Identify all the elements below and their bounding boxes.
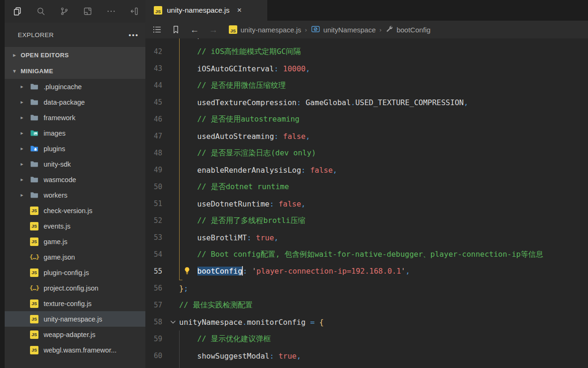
line-number[interactable]: 44	[145, 81, 167, 90]
code-line[interactable]: 45 usedTextureCompression: GameGlobal.US…	[145, 94, 588, 111]
folder-icon	[30, 114, 38, 122]
tree-item-unity-namespace-js[interactable]: JSunity-namespace.js	[5, 311, 145, 327]
section-minigame[interactable]: ▾ MINIGAME	[5, 63, 145, 79]
line-number[interactable]: 47	[145, 132, 167, 140]
tree-item-label: framework	[44, 114, 75, 122]
line-number[interactable]: 51	[145, 199, 167, 208]
code-line[interactable]: 54 // Boot config配置, 包含例如wait-for-native…	[145, 246, 588, 263]
namespace-icon	[311, 24, 320, 35]
tree-item-images[interactable]: ▸images	[5, 125, 145, 141]
tree-item-wasmcode[interactable]: ▸wasmcode	[5, 172, 145, 187]
js-file-icon: JS	[30, 238, 38, 246]
simulator-icon[interactable]	[83, 6, 93, 16]
code-line[interactable]: 60 showSuggestModal: true,	[145, 347, 588, 364]
tree-item-plugin-config-js[interactable]: JSplugin-config.js	[5, 265, 145, 280]
folder-icon	[30, 176, 38, 184]
code-line[interactable]: 56};	[145, 280, 588, 297]
line-number[interactable]: 49	[145, 166, 167, 174]
code-line[interactable]: 43 iOSAutoGCInterval: 10000,	[145, 60, 588, 77]
tree-item-label: unity-namespace.js	[44, 315, 102, 323]
tree-item-game-json[interactable]: {…}game.json	[5, 249, 145, 265]
code-text: // 是否dotnet runtime	[179, 182, 289, 192]
collapse-sidebar-icon[interactable]	[129, 6, 140, 16]
section-label: OPEN EDITORS	[21, 52, 69, 59]
code-line[interactable]: 44 // 是否使用微信压缩纹理	[145, 77, 588, 94]
more-icon[interactable]	[106, 6, 116, 16]
code-line[interactable]: 46 // 是否使用autostreaming	[145, 111, 588, 128]
line-number[interactable]: 59	[145, 335, 167, 343]
bookmark-icon[interactable]	[171, 24, 181, 35]
code-line[interactable]: 41 preloadWxFont: false,	[145, 38, 588, 43]
line-number[interactable]: 50	[145, 183, 167, 191]
folder-icon	[30, 160, 38, 169]
lightbulb-icon[interactable]	[183, 267, 191, 275]
tree-item--plugincache[interactable]: ▸.plugincache	[5, 79, 145, 94]
tree-item-webgl-wasm-framewor-[interactable]: JSwebgl.wasm.framewor...	[5, 342, 145, 358]
tab-unity-namespace[interactable]: JS unity-namespace.js ×	[145, 0, 267, 21]
line-number[interactable]: 41	[145, 38, 167, 39]
tree-item-project-config-json[interactable]: {…}project.config.json	[5, 280, 145, 296]
breadcrumb-bar: ←→ JSunity-namespace.js›unityNamespace›b…	[145, 21, 588, 38]
tree-item-texture-config-js[interactable]: JStexture-config.js	[5, 296, 145, 311]
tree-item-weapp-adapter-js[interactable]: JSweapp-adapter.js	[5, 327, 145, 342]
tree-item-workers[interactable]: ▸workers	[5, 187, 145, 203]
tree-item-game-js[interactable]: JSgame.js	[5, 234, 145, 249]
explorer-title: EXPLORER	[18, 31, 54, 38]
line-number[interactable]: 48	[145, 149, 167, 157]
code-line[interactable]: 42 // iOS高性能模式定期GC间隔	[145, 43, 588, 60]
line-number[interactable]: 55	[145, 267, 167, 276]
js-file-icon: JS	[229, 25, 237, 34]
tree-item-data-package[interactable]: ▸data-package	[5, 94, 145, 110]
line-number[interactable]: 46	[145, 115, 167, 123]
activity-bar	[5, 0, 145, 23]
code-line[interactable]: 47 usedAutoStreaming: false,	[145, 128, 588, 145]
code-editor[interactable]: 41 preloadWxFont: false,42 // iOS高性能模式定期…	[145, 38, 588, 368]
line-number[interactable]: 56	[145, 284, 167, 292]
close-icon[interactable]: ×	[237, 6, 242, 15]
line-number[interactable]: 58	[145, 318, 167, 326]
breadcrumb-label: unity-namespace.js	[241, 26, 301, 34]
line-number[interactable]: 42	[145, 47, 167, 56]
tree-item-check-version-js[interactable]: JScheck-version.js	[5, 203, 145, 218]
code-line[interactable]: 53 useBrotliMT: true,	[145, 229, 588, 246]
back-icon[interactable]: ←	[189, 24, 200, 35]
line-number[interactable]: 45	[145, 98, 167, 107]
files-icon[interactable]	[12, 6, 23, 16]
code-line[interactable]: 51 useDotnetRuntime: false,	[145, 195, 588, 212]
tree-item-framework[interactable]: ▸framework	[5, 110, 145, 125]
breadcrumb-item-unityNamespace[interactable]: unityNamespace	[311, 24, 376, 35]
tree-item-plugins[interactable]: ▸plugins	[5, 141, 145, 156]
code-line[interactable]: 48 // 是否显示渲染日志(dev only)	[145, 145, 588, 161]
section-open-editors[interactable]: ▸ OPEN EDITORS	[5, 47, 145, 63]
search-icon[interactable]	[36, 6, 46, 16]
line-number[interactable]: 54	[145, 250, 167, 259]
code-line[interactable]: 50 // 是否dotnet runtime	[145, 178, 588, 195]
outline-icon[interactable]	[152, 24, 162, 35]
tree-item-label: wasmcode	[44, 176, 76, 184]
explorer-more-actions-icon[interactable]: •••	[128, 31, 139, 39]
fold-chevron-icon[interactable]	[167, 317, 179, 327]
line-number[interactable]: 53	[145, 233, 167, 242]
tree-item-label: events.js	[44, 222, 70, 230]
code-line[interactable]: 57// 最佳实践检测配置	[145, 297, 588, 314]
line-number[interactable]: 52	[145, 216, 167, 225]
code-line[interactable]: 59 // 显示优化建议弹框	[145, 330, 588, 347]
code-line[interactable]: 49 enableRenderAnalysisLog: false,	[145, 161, 588, 178]
forward-icon[interactable]: →	[208, 24, 219, 35]
code-line[interactable]: 55 bootConfig: 'player-connection-ip=192…	[145, 263, 588, 280]
chevron-right-icon: ▸	[13, 52, 21, 58]
breadcrumb-item-unity-namespace.js[interactable]: JSunity-namespace.js	[229, 25, 301, 34]
code-line[interactable]: 52 // 是否用了多线程brotli压缩	[145, 212, 588, 229]
source-control-icon[interactable]	[59, 6, 69, 16]
tree-item-events-js[interactable]: JSevents.js	[5, 218, 145, 234]
tree-item-unity-sdk[interactable]: ▸unity-sdk	[5, 156, 145, 172]
breadcrumb-item-bootConfig[interactable]: bootConfig	[385, 25, 431, 34]
folder-icon	[30, 83, 38, 91]
js-file-icon: JS	[30, 268, 38, 277]
line-number[interactable]: 43	[145, 64, 167, 73]
selected-word[interactable]: bootConfig	[197, 267, 242, 276]
line-number[interactable]: 60	[145, 352, 167, 360]
code-line[interactable]: 58unityNamespace.monitorConfig = {	[145, 314, 588, 330]
line-number[interactable]: 57	[145, 301, 167, 309]
file-tree: ▸.plugincache▸data-package▸framework▸ima…	[5, 79, 145, 368]
